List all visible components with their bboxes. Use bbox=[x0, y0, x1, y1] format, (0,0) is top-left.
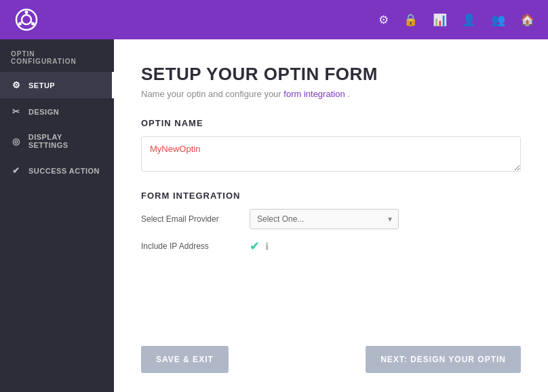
sidebar-item-success-action[interactable]: ✔ SUCCESS ACTION bbox=[0, 157, 114, 184]
svg-point-1 bbox=[22, 15, 31, 24]
sidebar-item-design[interactable]: ✂ DESIGN bbox=[0, 98, 114, 125]
design-icon: ✂ bbox=[11, 106, 22, 117]
success-icon: ✔ bbox=[11, 165, 22, 176]
next-button[interactable]: NEXT: DESIGN YOUR OPTIN bbox=[366, 346, 521, 373]
optin-name-input[interactable] bbox=[141, 136, 521, 172]
content-area: SETUP YOUR OPTIN FORM Name your optin an… bbox=[114, 39, 548, 392]
page-subtitle: Name your optin and configure your form … bbox=[141, 89, 521, 99]
home-icon[interactable]: 🏠 bbox=[520, 13, 534, 27]
nav-icons: ⚙ 🔒 📊 👤 👥 🏠 bbox=[378, 13, 534, 27]
check-icon[interactable]: ✔ bbox=[250, 239, 260, 254]
email-provider-select-wrapper: Select One... bbox=[250, 209, 399, 229]
chart-icon[interactable]: 📊 bbox=[433, 13, 447, 27]
svg-line-7 bbox=[21, 22, 23, 23]
ip-address-label: Include IP Address bbox=[141, 241, 250, 251]
svg-line-6 bbox=[31, 22, 33, 23]
settings-icon[interactable]: ⚙ bbox=[378, 13, 389, 27]
subtitle-text: Name your optin and configure your bbox=[141, 89, 283, 99]
email-provider-select[interactable]: Select One... bbox=[250, 209, 399, 229]
sidebar-item-display-label: DISPLAY SETTINGS bbox=[28, 133, 103, 149]
sidebar-item-setup[interactable]: ⚙ SETUP bbox=[0, 72, 114, 98]
sidebar-item-setup-label: SETUP bbox=[28, 81, 55, 90]
app-window: ⚙ 🔒 📊 👤 👥 🏠 OPTIN CONFIGURATION ⚙ SETUP … bbox=[0, 0, 548, 392]
subtitle-link[interactable]: form integration bbox=[283, 89, 345, 99]
display-icon: ◎ bbox=[11, 136, 22, 146]
logo-icon[interactable] bbox=[14, 7, 39, 33]
lock-icon[interactable]: 🔒 bbox=[404, 13, 418, 27]
sidebar-item-design-label: DESIGN bbox=[28, 108, 59, 116]
form-integration-label: FORM INTEGRATION bbox=[141, 191, 521, 201]
sidebar-title: OPTIN CONFIGURATION bbox=[0, 39, 114, 72]
top-nav: ⚙ 🔒 📊 👤 👥 🏠 bbox=[0, 0, 548, 39]
setup-icon: ⚙ bbox=[11, 80, 22, 90]
email-provider-row: Select Email Provider Select One... bbox=[141, 209, 521, 229]
user-circle-icon[interactable]: 👤 bbox=[462, 13, 476, 27]
form-integration-section: FORM INTEGRATION Select Email Provider S… bbox=[141, 191, 521, 263]
subtitle-end: . bbox=[347, 89, 350, 99]
sidebar-item-display-settings[interactable]: ◎ DISPLAY SETTINGS bbox=[0, 125, 114, 157]
sidebar-item-success-label: SUCCESS ACTION bbox=[28, 167, 100, 175]
svg-point-2 bbox=[25, 11, 28, 14]
ip-address-row: Include IP Address ✔ ℹ bbox=[141, 239, 521, 254]
email-provider-label: Select Email Provider bbox=[141, 214, 250, 224]
sidebar: OPTIN CONFIGURATION ⚙ SETUP ✂ DESIGN ◎ D… bbox=[0, 39, 114, 392]
main-body: OPTIN CONFIGURATION ⚙ SETUP ✂ DESIGN ◎ D… bbox=[0, 39, 548, 392]
optin-name-label: OPTIN NAME bbox=[141, 118, 521, 128]
info-icon[interactable]: ℹ bbox=[265, 241, 269, 252]
page-title: SETUP YOUR OPTIN FORM bbox=[141, 64, 521, 85]
save-exit-button[interactable]: SAVE & EXIT bbox=[141, 346, 229, 373]
button-row: SAVE & EXIT NEXT: DESIGN YOUR OPTIN bbox=[141, 335, 521, 373]
users-icon[interactable]: 👥 bbox=[491, 13, 505, 27]
